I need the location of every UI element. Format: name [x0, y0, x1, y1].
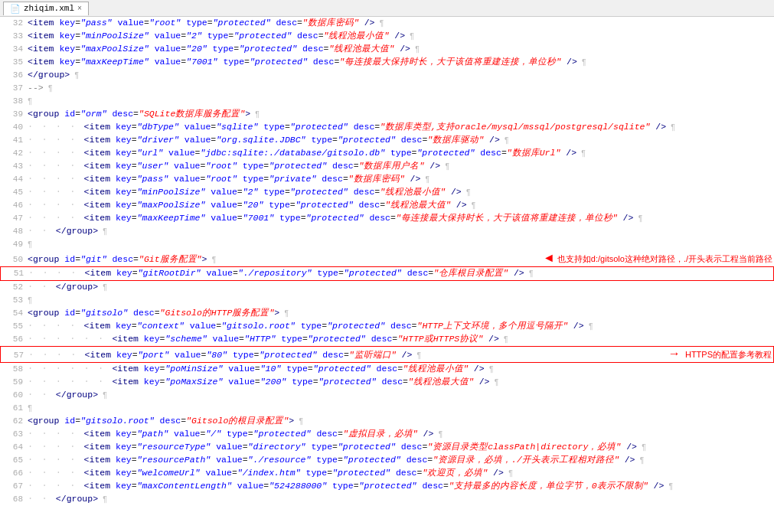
editor-line: 59· · · · · · <item key="poMaxSize" valu…	[0, 376, 774, 389]
indent-dots: · · · ·	[28, 268, 85, 279]
indent-dots: · · · ·	[28, 148, 84, 158]
editor-line: 54<group id="gitsolo" desc="Gitsolo的HTTP…	[0, 307, 774, 320]
editor-line: 61¶	[0, 402, 774, 415]
line-number: 67	[2, 481, 23, 491]
indent-dots: · · · ·	[28, 135, 84, 145]
line-content: <item key="maxKeepTime" value="7001" typ…	[84, 212, 772, 225]
line-number: 34	[2, 44, 23, 54]
line-number: 57	[2, 351, 24, 360]
tab-title: zhiqim.xml	[24, 4, 74, 13]
line-number: 46	[2, 201, 23, 210]
line-content: <item key="resourcePath" value="./resour…	[84, 454, 772, 467]
file-tab[interactable]: 📄 zhiqim.xml ×	[3, 2, 89, 15]
editor-line: 40· · · · <item key="dbType" value="sqli…	[0, 121, 774, 134]
line-content: <item key="maxKeepTime" value="7001" typ…	[28, 56, 772, 69]
line-number: 60	[2, 390, 23, 400]
line-number: 39	[2, 109, 23, 119]
line-number: 63	[2, 429, 23, 439]
line-number: 47	[2, 214, 23, 223]
line-number: 48	[2, 227, 23, 236]
editor-line: 51· · · · <item key="gitRootDir" value="…	[0, 266, 774, 281]
editor-area: 32<item key="pass" value="root" type="pr…	[0, 17, 774, 532]
editor-line: 67· · · · <item key="maxContentLength" v…	[0, 480, 774, 493]
line-number: 32	[2, 18, 23, 28]
line-number: 56	[2, 335, 23, 344]
line-content: </group> ¶	[56, 389, 772, 402]
indent-dots: · · · ·	[28, 350, 85, 361]
indent-dots: · · · ·	[28, 187, 84, 197]
line-content: ¶	[28, 238, 772, 251]
line-content: <item key="scheme" value="HTTP" type="pr…	[112, 333, 772, 346]
line-content: <item key="poMaxSize" value="200" type="…	[112, 376, 772, 389]
line-content: <group id="orm" desc="SQLite数据库服务配置"> ¶	[28, 108, 772, 121]
line-content: <item key="maxPoolSize" value="20" type=…	[28, 43, 772, 56]
line-content: <item key="user" value="root" type="prot…	[84, 160, 772, 173]
line-number: 37	[2, 83, 23, 93]
line-number: 54	[2, 308, 23, 318]
line-number: 65	[2, 455, 23, 465]
indent-dots: · · · ·	[28, 321, 84, 331]
line-number: 53	[2, 295, 23, 305]
line-number: 40	[2, 122, 23, 132]
indent-dots: · ·	[28, 494, 56, 504]
editor-line: 56· · · · · · <item key="scheme" value="…	[0, 333, 774, 346]
line-content: <item key="url" value="jdbc:sqlite:./dat…	[84, 147, 772, 160]
editor-line: 66· · · · <item key="welcomeUrl" value="…	[0, 467, 774, 480]
line-content: </group> ¶	[56, 225, 772, 238]
line-content: <item key="port" value="80" type="protec…	[85, 349, 648, 362]
line-number: 41	[2, 135, 23, 145]
title-bar: 📄 zhiqim.xml ×	[0, 0, 774, 17]
line-content: <group id="gitsolo.root" desc="Gitsolo的根…	[28, 415, 772, 428]
indent-dots: · · · ·	[28, 174, 84, 184]
line-number: 68	[2, 494, 23, 504]
line-content: <item key="pass" value="root" type="priv…	[84, 173, 772, 186]
indent-dots: · · · ·	[28, 200, 84, 211]
line-content: <item key="minPoolSize" value="2" type="…	[28, 30, 772, 43]
line-number: 50	[2, 255, 23, 264]
line-number: 35	[2, 57, 23, 67]
line-number: 55	[2, 321, 23, 331]
line-content: ¶	[28, 294, 772, 307]
line-content: --> ¶	[28, 82, 772, 95]
indent-dots: · · · ·	[28, 122, 84, 132]
indent-dots: · ·	[28, 226, 56, 237]
line-number: 36	[2, 70, 23, 80]
line-content: <item key="dbType" value="sqlite" type="…	[84, 121, 772, 134]
editor-line: 38¶	[0, 95, 774, 108]
editor-line: 35<item key="maxKeepTime" value="7001" t…	[0, 56, 774, 69]
line-number: 44	[2, 175, 23, 184]
line-content: <item key="resourceType" value="director…	[84, 441, 772, 454]
editor-line: 50<group id="git" desc="Git服务配置"> ¶◄ 也支持…	[0, 251, 774, 266]
line-content: ¶	[28, 402, 772, 415]
line-content: <item key="path" value="/" type="protect…	[84, 428, 772, 441]
line-number: 62	[2, 416, 23, 426]
editor-line: 48· · </group> ¶	[0, 225, 774, 238]
editor-line: 62<group id="gitsolo.root" desc="Gitsolo…	[0, 415, 774, 428]
line-content: <item key="maxPoolSize" value="20" type=…	[84, 199, 772, 212]
line-content: </group> ¶	[28, 69, 772, 82]
line-number: 51	[2, 269, 24, 278]
tab-close-button[interactable]: ×	[77, 5, 82, 13]
indent-dots: · · · ·	[28, 429, 84, 439]
editor-line: 46· · · · <item key="maxPoolSize" value=…	[0, 199, 774, 212]
line-content: <item key="driver" value="org.sqlite.JDB…	[84, 134, 772, 147]
indent-dots: · · · ·	[28, 455, 84, 465]
line-number: 52	[2, 282, 23, 292]
editor-line: 42· · · · <item key="url" value="jdbc:sq…	[0, 147, 774, 160]
line-content: <group id="gitsolo" desc="Gitsolo的HTTP服务…	[28, 307, 772, 320]
line-content: <item key="minPoolSize" value="2" type="…	[84, 186, 772, 199]
editor-line: 44· · · · <item key="pass" value="root" …	[0, 173, 774, 186]
annotation-text: → HTTPS的配置参考教程	[664, 347, 772, 361]
line-number: 33	[2, 31, 23, 41]
editor-line: 52· · </group> ¶	[0, 281, 774, 294]
editor-line: 47· · · · <item key="maxKeepTime" value=…	[0, 212, 774, 225]
editor-line: 32<item key="pass" value="root" type="pr…	[0, 17, 774, 30]
editor-line: 65· · · · <item key="resourcePath" value…	[0, 454, 774, 467]
line-content: </group> ¶	[56, 493, 772, 506]
editor-line: 58· · · · · · <item key="poMinSize" valu…	[0, 363, 774, 376]
line-number: 64	[2, 442, 23, 452]
line-content: <group id="git" desc="Git服务配置"> ¶	[28, 253, 527, 266]
line-number: 49	[2, 240, 23, 249]
editor-line: 55· · · · <item key="context" value="git…	[0, 320, 774, 333]
line-content: ¶	[28, 95, 772, 108]
